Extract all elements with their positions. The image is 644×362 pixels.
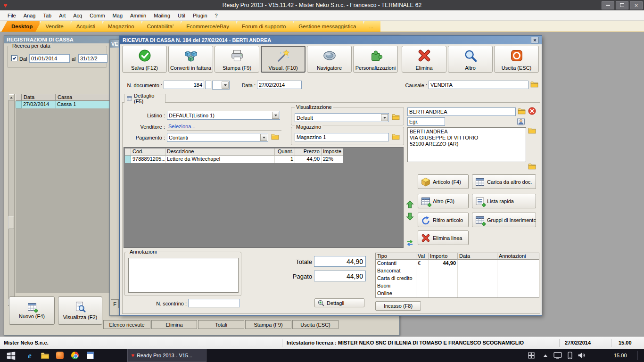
menu-item-ammin[interactable]: Ammin [126, 13, 150, 18]
elenco-ricevute-button[interactable]: Elenco ricevute [103, 320, 150, 329]
menu-item-tab[interactable]: Tab [39, 13, 55, 18]
cell-data[interactable]: 27/02/2014 [22, 101, 56, 108]
dialog-close-button[interactable]: × [531, 37, 539, 43]
magazzino-field[interactable]: Magazzino 1 [295, 133, 389, 141]
menu-item-comm[interactable]: Comm [86, 13, 108, 18]
item-imposte[interactable]: 22% [322, 156, 343, 163]
payment-row-carta-di-credito[interactable]: Carta di credito [376, 275, 539, 282]
move-row-down-icon[interactable] [406, 213, 414, 221]
visualizzazione-folder-icon[interactable] [392, 114, 400, 120]
al-date-field[interactable]: 31/12/2 [78, 54, 107, 63]
column-header-descrizione[interactable]: Descrizione [165, 148, 275, 156]
ritiro-articolo-button[interactable]: Ritiro articolo [418, 213, 469, 227]
chrome-icon[interactable] [69, 350, 81, 361]
item-row[interactable]: 9788891205... Lettere da Whitechapel 1 4… [125, 156, 343, 163]
payment-row-bancomat[interactable]: Bancomat [376, 267, 539, 275]
notes-app-icon[interactable] [84, 350, 96, 361]
elimina-button-cash[interactable]: Elimina [151, 320, 197, 329]
chevron-down-icon[interactable] [381, 114, 388, 121]
strip-titlebar[interactable]: VE [110, 40, 119, 48]
menu-item-anag[interactable]: Anag [20, 13, 40, 18]
tab-desktop[interactable]: Desktop [1, 21, 40, 32]
tab-acquisti[interactable]: Acquisti [66, 21, 102, 32]
column-header-quant[interactable]: Quant. [275, 148, 295, 156]
altro-button[interactable]: Altro [448, 46, 493, 73]
note-folder-icon[interactable] [528, 163, 536, 170]
carica-da-altro-doc-button[interactable]: Carica da altro doc. [472, 174, 536, 189]
phone-icon[interactable] [564, 350, 576, 361]
uscita-button[interactable]: Uscita (ESC) [494, 46, 539, 73]
menu-item-mag[interactable]: Mag [109, 13, 126, 18]
menu-item-plugin[interactable]: Plugin [189, 13, 211, 18]
indirizzo-box[interactable]: BERTI ANDREA VIA GIUSEPPE DI VITTORIO 52… [407, 127, 526, 162]
causale-field[interactable]: VENDITA [429, 81, 528, 89]
item-row-selector[interactable] [125, 156, 131, 163]
tab-gestione-messaggistica[interactable]: Gestione messaggistica [289, 21, 363, 32]
indirizzo-folder-icon[interactable] [528, 127, 536, 134]
internet-explorer-icon[interactable]: e [24, 350, 36, 361]
volume-icon[interactable] [575, 350, 587, 361]
column-header-data[interactable]: Data [22, 94, 56, 101]
elimina-button[interactable]: Elimina [402, 46, 446, 73]
item-quant[interactable]: 1 [275, 156, 295, 163]
menu-item-file[interactable]: File [4, 13, 20, 18]
display-icon[interactable] [552, 350, 564, 361]
personalizzazioni-button[interactable]: Personalizzazioni [353, 46, 398, 73]
column-header-data[interactable]: Data [458, 253, 497, 260]
tab-magazzino[interactable]: Magazzino [98, 21, 141, 32]
cliente-field[interactable]: BERTI ANDREA [407, 107, 516, 116]
incasso-button[interactable]: Incasso (F8) [375, 301, 421, 311]
chevron-down-icon[interactable] [222, 82, 229, 89]
gruppi-di-inserimento-button[interactable]: Gruppi di inserimento [472, 213, 536, 227]
cash-list-scrollbar[interactable] [8, 94, 15, 306]
pagamento-combo[interactable]: Contanti [167, 133, 268, 142]
item-cod[interactable]: 9788891205... [131, 156, 165, 163]
navigatore-button[interactable]: Navigatore [307, 46, 352, 73]
refresh-swap-icon[interactable] [406, 239, 414, 247]
magazzino-folder-icon[interactable] [392, 133, 400, 140]
nuovo-button[interactable]: Nuovo (F4) [9, 296, 55, 325]
payment-row-online[interactable]: Online [376, 290, 539, 297]
payment-row-buoni[interactable]: Buoni [376, 282, 539, 290]
causale-folder-icon[interactable] [530, 81, 538, 88]
menu-item-acq[interactable]: Acq [69, 13, 86, 18]
column-header-imposte[interactable]: Imposte [322, 148, 343, 156]
restore-button[interactable] [616, 1, 628, 9]
totali-button[interactable]: Totali [198, 320, 244, 329]
stampa-button-cash[interactable]: Stampa (F9) [245, 320, 291, 329]
uscita-button-cash[interactable]: Uscita (ESC) [292, 320, 339, 329]
titolo-field[interactable]: Egr. [407, 117, 445, 126]
menu-item-art[interactable]: Art [55, 13, 69, 18]
altro-f3-button[interactable]: Altro (F3) [418, 194, 469, 208]
column-header-cod[interactable]: Cod. [131, 148, 165, 156]
cash-table-row[interactable]: 27/02/2014 Cassa 1 [16, 101, 119, 108]
column-header-val[interactable]: Val [416, 253, 429, 260]
venditore-field[interactable]: Seleziona... [167, 122, 281, 131]
item-prezzo[interactable]: 44,90 [295, 156, 322, 163]
close-button[interactable]: × [630, 1, 643, 9]
start-button[interactable] [5, 350, 17, 361]
column-header-prezzo[interactable]: Prezzo [295, 148, 322, 156]
menu-item-mailing[interactable]: Mailing [150, 13, 174, 18]
articolo-button[interactable]: Articolo (F4) [418, 174, 469, 189]
dialog-titlebar[interactable]: RICEVUTA DI CASSA N. 184 del 27/02/2014 … [120, 36, 542, 44]
dal-date-field[interactable]: 01/01/2014 [29, 54, 70, 63]
cliente-remove-icon[interactable] [528, 107, 536, 115]
dettagli-button[interactable]: Dettagli [314, 298, 364, 307]
column-header-importo[interactable]: Importo [429, 253, 458, 260]
tray-expand-icon[interactable] [539, 350, 552, 361]
visualizzazione-combo[interactable]: Default [295, 113, 389, 122]
move-row-up-icon[interactable] [406, 200, 414, 208]
salva-button[interactable]: Salva (F12) [122, 46, 167, 73]
stampa-button[interactable]: Stampa (F9) [215, 46, 259, 73]
column-header-tipo[interactable]: Tipo [376, 253, 416, 260]
menu-item-util[interactable]: Util [174, 13, 189, 18]
data-field[interactable]: 27/02/2014 [257, 81, 302, 89]
scrollbar-thumb[interactable] [8, 216, 14, 229]
contact-person-icon[interactable] [517, 117, 525, 126]
taskbar-readypro-button[interactable]: ♥ Ready Pro 2013 - V15... [127, 349, 206, 362]
serie-combo[interactable] [212, 81, 230, 90]
tab-ecommerce-ebay[interactable]: Ecommerce/eBay [176, 21, 236, 32]
menu-item-help[interactable]: ? [211, 13, 222, 18]
scroll-up-icon[interactable] [8, 94, 14, 100]
